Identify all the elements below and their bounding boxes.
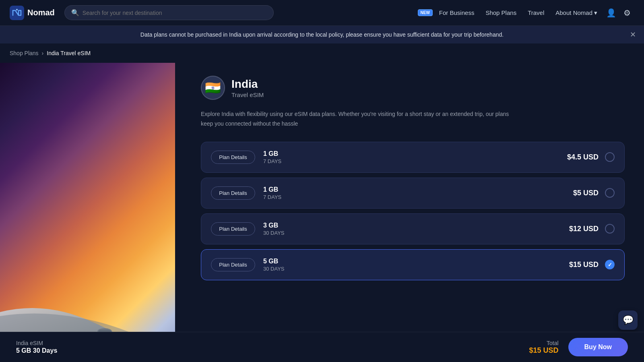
plan-days: 7 DAYS — [263, 194, 573, 200]
search-bar[interactable]: 🔍 — [64, 5, 274, 20]
hero-image-panel: vi*z**** bought India eSIM 5 GB - 30 DAY… — [0, 63, 175, 360]
plan-details-button[interactable]: Plan Details — [211, 222, 255, 236]
country-description: Explore India with flexibility using our… — [201, 110, 515, 129]
bottom-esim-plan: 5 GB 30 Days — [16, 347, 529, 354]
plan-info: 1 GB 7 DAYS — [255, 150, 567, 164]
plan-details-button[interactable]: Plan Details — [211, 186, 255, 200]
user-icon-button[interactable]: 👤 — [604, 6, 618, 20]
plan-details-button[interactable]: Plan Details — [211, 258, 255, 271]
nav-for-business[interactable]: For Business — [434, 6, 479, 19]
nav-travel[interactable]: Travel — [523, 6, 549, 19]
plans-panel: 🇮🇳 India Travel eSIM Explore India with … — [175, 63, 644, 360]
bottom-total-label: Total — [529, 340, 559, 346]
plan-data: 1 GB — [263, 150, 567, 157]
plan-data: 1 GB — [263, 186, 573, 193]
plan-days: 30 DAYS — [263, 266, 569, 272]
chat-icon: 💬 — [623, 315, 634, 325]
plan-card[interactable]: Plan Details 1 GB 7 DAYS $4.5 USD — [201, 142, 625, 173]
breadcrumb: Shop Plans › India Travel eSIM — [0, 43, 644, 63]
plan-price: $12 USD — [569, 225, 599, 233]
plan-info: 1 GB 7 DAYS — [255, 186, 573, 200]
plan-days: 30 DAYS — [263, 230, 569, 236]
bottom-total-price: $15 USD — [529, 346, 559, 355]
breadcrumb-separator: › — [42, 50, 44, 56]
chevron-down-icon: ▾ — [594, 9, 597, 17]
bottom-total: Total $15 USD — [529, 340, 559, 355]
bottom-esim-name: India eSIM — [16, 340, 529, 346]
plan-list: Plan Details 1 GB 7 DAYS $4.5 USD Plan D… — [201, 142, 625, 280]
logo-text: Nomad — [27, 8, 55, 17]
country-subtitle: Travel eSIM — [231, 91, 264, 98]
new-badge: NEW — [418, 9, 433, 16]
banner-close-button[interactable]: ✕ — [630, 30, 636, 39]
country-header: 🇮🇳 India Travel eSIM — [201, 76, 625, 100]
bottom-bar: India eSIM 5 GB 30 Days Total $15 USD Bu… — [0, 332, 644, 362]
banner-text: Data plans cannot be purchased in India … — [140, 31, 504, 38]
search-icon: 🔍 — [71, 9, 79, 17]
plan-card[interactable]: Plan Details 1 GB 7 DAYS $5 USD — [201, 178, 625, 209]
plan-data: 5 GB — [263, 258, 569, 265]
country-name: India — [231, 77, 264, 91]
svg-point-1 — [16, 9, 18, 10]
plan-days: 7 DAYS — [263, 158, 567, 164]
bottom-esim-info: India eSIM 5 GB 30 Days — [16, 340, 529, 354]
nav-shop-plans[interactable]: Shop Plans — [481, 6, 521, 19]
settings-icon-button[interactable]: ⚙ — [620, 6, 634, 20]
plan-radio[interactable] — [605, 260, 615, 269]
nav-about-nomad[interactable]: About Nomad ▾ — [551, 6, 602, 20]
plan-details-button[interactable]: Plan Details — [211, 151, 255, 164]
plan-price: $4.5 USD — [567, 153, 599, 161]
plan-data: 3 GB — [263, 222, 569, 229]
country-info: India Travel eSIM — [231, 77, 264, 99]
country-flag: 🇮🇳 — [201, 76, 225, 100]
buy-now-button[interactable]: Buy Now — [568, 338, 628, 356]
hero-image — [0, 63, 175, 360]
breadcrumb-current: India Travel eSIM — [47, 50, 91, 56]
plan-info: 3 GB 30 DAYS — [255, 222, 569, 236]
plan-radio[interactable] — [605, 152, 615, 162]
plan-info: 5 GB 30 DAYS — [255, 258, 569, 272]
plan-radio[interactable] — [605, 188, 615, 198]
plan-radio[interactable] — [605, 224, 615, 234]
plan-price: $5 USD — [573, 189, 599, 197]
nomad-logo-icon — [10, 6, 24, 20]
info-banner: Data plans cannot be purchased in India … — [0, 26, 644, 43]
plan-price: $15 USD — [569, 261, 599, 269]
breadcrumb-shop-plans[interactable]: Shop Plans — [10, 50, 39, 56]
plan-card[interactable]: Plan Details 3 GB 30 DAYS $12 USD — [201, 213, 625, 244]
chat-widget-button[interactable]: 💬 — [618, 310, 638, 330]
nav-links: NEW For Business Shop Plans Travel About… — [418, 6, 634, 20]
navbar: Nomad 🔍 NEW For Business Shop Plans Trav… — [0, 0, 644, 26]
plan-card[interactable]: Plan Details 5 GB 30 DAYS $15 USD — [201, 249, 625, 280]
search-input[interactable] — [83, 10, 267, 16]
logo[interactable]: Nomad — [10, 6, 55, 20]
main-content: vi*z**** bought India eSIM 5 GB - 30 DAY… — [0, 63, 644, 360]
